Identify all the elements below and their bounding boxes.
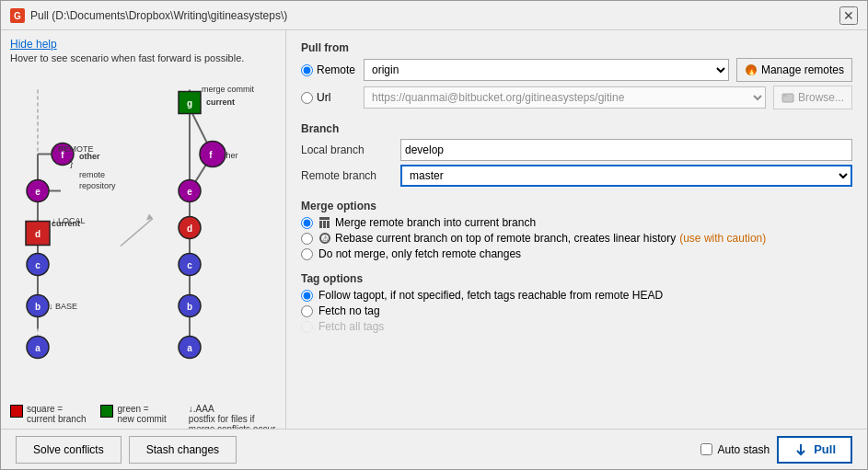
url-row: Url https://quanmai@bitbucket.org/gitine… [301,86,852,109]
svg-text:c: c [35,260,41,270]
svg-text:c: c [187,260,192,270]
svg-text:G: G [14,11,21,21]
merge-option-2-label[interactable]: ⚠ Rebase current branch on top of remote… [301,232,766,245]
tag-option-2-label[interactable]: Fetch no tag [301,304,380,317]
pull-label: Pull [814,442,836,456]
remote-branch-label: Remote branch [301,169,393,182]
svg-rect-43 [327,221,330,228]
tag-option-1-label[interactable]: Follow tagopt, if not specified, fetch t… [301,289,663,302]
svg-text:g: g [187,98,192,109]
close-button[interactable]: ✕ [839,6,858,25]
branch-label: Branch [301,122,852,135]
manage-remotes-icon: 🔥 [745,63,758,76]
tag-options-section: Tag options Follow tagopt, if not specif… [301,272,852,336]
svg-text:current: current [206,97,235,107]
hover-text: Hover to see scenario when fast forward … [10,52,276,63]
legend-postfix: postfix for files if merge conflicts occ… [189,414,275,429]
url-radio-label[interactable]: Url [301,91,356,104]
browse-button[interactable]: Browse... [773,86,852,109]
svg-text:merge commit: merge commit [202,85,255,94]
manage-remotes-button[interactable]: 🔥 Manage remotes [736,58,852,82]
solve-conflicts-button[interactable]: Solve conflicts [16,436,122,464]
node-f-right [200,142,226,167]
local-branch-input[interactable] [400,139,852,161]
tag-option-3-row: Fetch all tags [301,320,852,333]
legend-square-label: square = current branch [27,404,86,424]
remote-radio[interactable] [301,64,313,76]
merge-option-3-row: Do not merge, only fetch remote changes [301,247,852,260]
merge-option-1-radio[interactable] [301,217,313,229]
pull-icon [793,442,808,457]
svg-text:⚠: ⚠ [322,235,329,243]
autostash-label: Auto stash [717,443,770,456]
svg-text:e: e [35,187,41,197]
svg-text:repository: repository [79,181,116,190]
url-select[interactable]: https://quanmai@bitbucket.org/gitineasys… [364,86,766,109]
remote-radio-label[interactable]: Remote [301,63,356,76]
svg-text:d: d [187,224,192,234]
url-radio[interactable] [301,92,313,104]
merge-option-1-label[interactable]: Merge remote branch into current branch [301,216,536,229]
local-branch-label: Local branch [301,143,393,156]
diagram-svg: a b c d e f ↑ REMO [10,69,282,400]
merge-option-3-text: Do not merge, only fetch remote changes [318,247,521,260]
remote-row: Remote origin 🔥 Manage remotes [301,58,852,82]
remote-branch-row: Remote branch master [301,165,852,187]
svg-text:ther: ther [224,151,238,160]
tag-option-1-row: Follow tagopt, if not specified, fetch t… [301,289,852,302]
merge-option-2-radio[interactable] [301,233,313,245]
merge-option-2-row: ⚠ Rebase current branch on top of remote… [301,232,852,245]
svg-text:a: a [187,343,192,353]
remote-branch-select[interactable]: master [400,165,852,187]
svg-rect-42 [323,221,326,228]
main-window: G Pull (D:\Documents\Dropbox\Writing\git… [0,0,868,470]
legend-green: green = new commit [100,404,166,429]
merge-options-section: Merge options Merge remote [301,200,852,263]
tag-option-3-label: Fetch all tags [301,320,384,333]
diagram: a b c d e f ↑ REMO [10,69,282,400]
svg-text:remote: remote [79,170,105,179]
svg-rect-40 [782,94,787,97]
app-icon: G [10,8,25,23]
svg-text:e: e [187,187,192,197]
stash-changes-button[interactable]: Stash changes [129,436,237,464]
legend-red-box [10,405,23,418]
url-radio-text: Url [317,91,330,104]
svg-rect-41 [319,221,322,228]
pull-from-section: Pull from Remote origin 🔥 [301,41,852,113]
pull-from-label: Pull from [301,41,852,54]
autostash-checkbox[interactable] [700,443,712,455]
svg-text:b: b [35,302,41,312]
merge-options-label: Merge options [301,200,852,212]
local-branch-row: Local branch [301,139,852,161]
pull-button[interactable]: Pull [777,436,852,464]
merge-option-1-text: Merge remote branch into current branch [335,216,536,229]
svg-text:current: current [52,219,80,228]
tag-option-2-row: Fetch no tag [301,304,852,317]
rebase-icon: ⚠ [318,232,331,245]
tag-option-3-text: Fetch all tags [318,320,384,333]
merge-option-2-text: Rebase current branch on top of remote b… [335,232,676,245]
svg-rect-44 [319,217,330,220]
tag-option-2-text: Fetch no tag [318,304,380,317]
tag-options-label: Tag options [301,272,852,285]
tag-option-2-radio[interactable] [301,305,313,317]
merge-option-3-radio[interactable] [301,248,313,260]
tag-option-1-text: Follow tagopt, if not specified, fetch t… [318,289,663,302]
remote-select[interactable]: origin [364,59,729,81]
manage-remotes-label: Manage remotes [761,63,844,76]
window-title: Pull (D:\Documents\Dropbox\Writing\gitin… [30,9,287,22]
hide-help-link[interactable]: Hide help [10,38,276,51]
browse-label: Browse... [798,91,844,104]
legend-aaa: ↓.AAA [189,404,275,414]
browse-icon [781,91,794,104]
remote-radio-text: Remote [317,63,355,76]
svg-text:🔥: 🔥 [746,65,757,76]
right-panel: Pull from Remote origin 🔥 [286,30,867,429]
svg-text:↓ BASE: ↓ BASE [49,302,77,311]
branch-section: Branch Local branch Remote branch master [301,122,852,190]
svg-text:d: d [35,229,41,239]
tag-option-3-radio[interactable] [301,321,313,333]
tag-option-1-radio[interactable] [301,290,313,302]
merge-option-3-label[interactable]: Do not merge, only fetch remote changes [301,247,521,260]
